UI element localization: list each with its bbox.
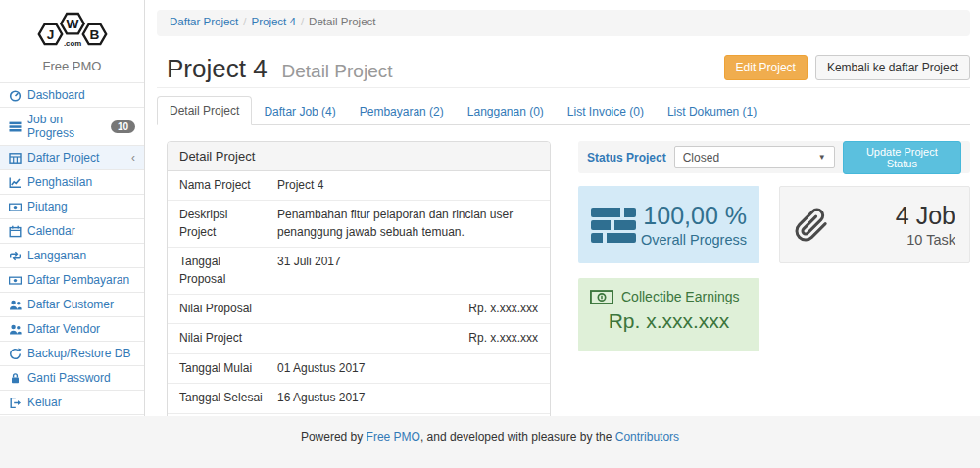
sidebar-item-backup-restore-db[interactable]: Backup/Restore DB [0,342,144,366]
sidebar-item-dashboard[interactable]: Dashboard [0,83,144,108]
job-task-card: 4 Job 10 Task [779,186,970,263]
field-label: Nama Project [168,171,266,201]
sidebar-item-daftar-pembayaran[interactable]: Daftar Pembayaran [0,268,144,293]
sidebar-item-penghasilan[interactable]: Penghasilan [0,170,144,195]
payment-icon [9,274,22,287]
field-label: Tanggal Selesai [168,384,266,413]
svg-text:.com: .com [63,39,80,48]
tab-list-dokumen[interactable]: List Dokumen (1) [656,98,768,125]
free-pmo-link[interactable]: Free PMO [367,430,420,444]
sidebar-item-label: Keluar [27,396,62,409]
sidebar-item-label: Calendar [27,224,75,238]
collectible-earnings-card: Collectibe Earnings Rp. x.xxx.xxx [578,278,760,351]
tab-list-invoice[interactable]: List Invoice (0) [556,98,656,125]
refresh-icon [9,348,22,360]
breadcrumb-current: Detail Project [309,16,375,27]
sidebar-item-daftar-customer[interactable]: Daftar Customer [0,293,144,317]
table-row: Nilai ProjectRp. x.xxx.xxx [168,324,550,353]
tab-detail-project[interactable]: Detail Project [157,96,252,125]
back-to-project-list-button[interactable]: Kembali ke daftar Project [815,55,970,80]
tasks-icon [591,207,636,244]
sidebar-item-job-on-progress[interactable]: Job on Progress 10 [0,108,144,146]
line-chart-icon [9,176,22,189]
field-value: 01 Agustus 2017 [266,353,550,383]
sidebar-item-label: Daftar Project [27,151,99,164]
field-label: Deskripsi Project [168,201,266,248]
table-row: Tanggal Mulai01 Agustus 2017 [168,353,550,383]
panel-title: Detail Project [168,142,550,171]
breadcrumb-separator: / [243,16,246,27]
users-icon [9,299,22,311]
sidebar-item-ganti-password[interactable]: Ganti Password [0,366,144,391]
caret-down-icon: ▼ [818,153,826,162]
retweet-icon [9,250,22,262]
tasks-icon [9,120,22,133]
status-project-label: Status Project [587,151,666,164]
money-icon [9,201,22,213]
update-project-status-button[interactable]: Update Project Status [843,141,961,174]
field-value: 16 Agustus 2017 [266,384,550,413]
sidebar-item-label: Penghasilan [27,175,92,189]
sidebar-item-daftar-vendor[interactable]: Daftar Vendor [0,317,144,342]
status-select[interactable]: Closed ▼ [674,146,835,168]
svg-text:B: B [89,27,99,42]
page-header: Project 4 Detail Project Edit Project Ke… [157,36,970,88]
sidebar-item-label: Langganan [27,249,86,262]
sidebar-item-piutang[interactable]: Piutang [0,195,144,219]
table-row: Tanggal Proposal31 Juli 2017 [168,248,550,295]
breadcrumb: Daftar Project/Project 4/Detail Project [157,10,970,36]
field-label: Nilai Proposal [168,294,266,323]
field-value: Rp. x.xxx.xxx [266,324,550,353]
table-row: Nilai ProposalRp. x.xxx.xxx [168,294,550,323]
sidebar-item-calendar[interactable]: Calendar [0,219,144,244]
status-project-bar: Status Project Closed ▼ Update Project S… [578,141,970,173]
footer-text: Powered by [301,430,367,444]
edit-project-button[interactable]: Edit Project [724,55,808,80]
contributors-link[interactable]: Contributors [615,430,679,444]
lock-icon [9,372,22,385]
table-row: Nama ProjectProject 4 [168,171,550,201]
sidebar: J W B .com Free PMO Dashboard Job on Pro… [0,0,145,416]
breadcrumb-daftar-project[interactable]: Daftar Project [170,16,238,27]
sidebar-item-label: Daftar Pembayaran [27,273,129,287]
svg-text:J: J [46,27,54,42]
calendar-icon [9,225,22,238]
overall-progress-value: 100,00 % [641,202,747,230]
sidebar-item-daftar-project[interactable]: Daftar Project ‹ [0,146,144,170]
sidebar-item-label: Piutang [27,200,68,213]
table-row: Tanggal Selesai16 Agustus 2017 [168,384,550,413]
page-title: Project 4 [167,54,268,83]
footer-text: , and developed with pleasure by the [420,430,615,444]
field-value: Rp. x.xxx.xxx [266,294,550,323]
paperclip-icon [794,208,829,243]
tab-pembayaran[interactable]: Pembayaran (2) [348,98,456,125]
job-count-value: 4 Job [896,202,956,230]
field-value: Penambahan fitur pelaporan dan rincian u… [266,201,550,248]
chevron-left-icon: ‹ [131,151,135,164]
breadcrumb-project-4[interactable]: Project 4 [252,16,296,27]
table-row: Deskripsi ProjectPenambahan fitur pelapo… [168,201,550,248]
svg-text:W: W [66,17,78,31]
status-select-value: Closed [683,151,719,164]
money-icon [590,290,613,304]
page-subtitle: Detail Project [282,61,393,81]
field-value: 31 Juli 2017 [266,248,550,295]
dashboard-icon [9,89,22,102]
tab-bar: Detail Project Daftar Job (4) Pembayaran… [157,98,970,125]
sidebar-item-keluar[interactable]: Keluar [0,391,144,415]
sidebar-item-label: Ganti Password [27,371,111,385]
table-icon [9,152,22,164]
jwb-logo: J W B .com [0,0,144,56]
page-footer: Powered by Free PMO, and developed with … [0,416,980,468]
main-content: Daftar Project/Project 4/Detail Project … [145,0,980,416]
sidebar-item-label: Daftar Vendor [27,322,100,336]
job-count-badge: 10 [111,120,135,133]
sidebar-item-langganan[interactable]: Langganan [0,244,144,268]
tab-langganan[interactable]: Langganan (0) [456,98,556,125]
app-root: J W B .com Free PMO Dashboard Job on Pro… [0,0,980,468]
field-label: Tanggal Mulai [168,353,266,383]
users-icon [9,323,22,336]
jwb-hexagon-logo-icon: J W B .com [29,7,116,52]
sidebar-item-label: Daftar Customer [27,298,114,311]
tab-daftar-job[interactable]: Daftar Job (4) [252,98,347,125]
